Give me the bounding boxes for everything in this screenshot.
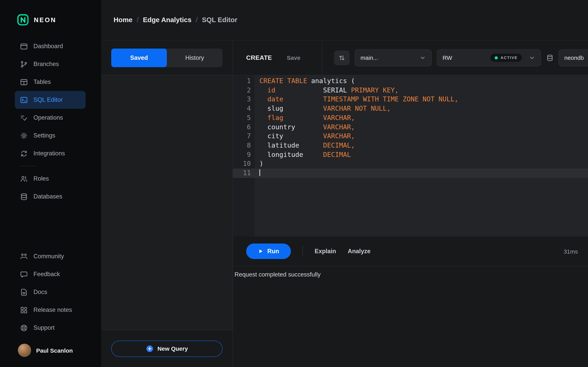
code-line[interactable]: 2 id SERIAL PRIMARY KEY, bbox=[233, 86, 588, 95]
logo-text: NEON bbox=[34, 16, 56, 24]
code-line[interactable]: 3 date TIMESTAMP WITH TIME ZONE NOT NULL… bbox=[233, 95, 588, 104]
document-icon bbox=[20, 288, 28, 296]
sidebar-item-release-notes[interactable]: Release notes bbox=[15, 301, 86, 319]
sidebar-item-tables[interactable]: Tables bbox=[15, 73, 86, 91]
schema-diff-button[interactable] bbox=[334, 50, 350, 65]
breadcrumb-home[interactable]: Home bbox=[113, 16, 132, 24]
tab-saved[interactable]: Saved bbox=[111, 48, 167, 67]
sidebar-item-support[interactable]: Support bbox=[15, 319, 86, 337]
user-name: Paul Scanlon bbox=[36, 347, 73, 354]
database-select-value: neondb bbox=[564, 54, 584, 61]
line-content: latitude DECIMAL, bbox=[255, 141, 355, 150]
nav-primary: Dashboard Branches Tables SQL Editor bbox=[0, 37, 101, 162]
code-line[interactable]: 11 bbox=[233, 168, 588, 178]
play-icon bbox=[258, 249, 263, 254]
lifebuoy-icon bbox=[20, 324, 28, 332]
sidebar-item-label: Docs bbox=[34, 289, 47, 296]
neon-logo-icon bbox=[17, 14, 29, 26]
line-content: id SERIAL PRIMARY KEY, bbox=[255, 86, 399, 95]
analyze-button[interactable]: Analyze bbox=[348, 248, 371, 255]
status-badge-label: ACTIVE bbox=[501, 56, 518, 60]
compute-endpoint-select[interactable]: RW ACTIVE bbox=[437, 49, 541, 66]
code-line[interactable]: 5 flag VARCHAR, bbox=[233, 113, 588, 123]
sidebar-item-feedback[interactable]: Feedback bbox=[15, 265, 86, 283]
app-window: NEON Dashboard Branches Tables bbox=[0, 0, 588, 367]
line-content: flag VARCHAR, bbox=[255, 113, 355, 123]
sidebar-item-label: SQL Editor bbox=[34, 96, 63, 103]
grid-squares-icon bbox=[20, 306, 28, 314]
new-query-button[interactable]: New Query bbox=[111, 340, 223, 357]
sql-code-editor[interactable]: 1CREATE TABLE analytics (2 id SERIAL PRI… bbox=[233, 75, 588, 236]
sidebar-divider bbox=[20, 166, 36, 166]
sidebar-item-roles[interactable]: Roles bbox=[15, 170, 86, 188]
sidebar-item-label: Community bbox=[34, 253, 64, 260]
code-line[interactable]: 4 slug VARCHAR NOT NULL, bbox=[233, 104, 588, 113]
query-duration: 31ms bbox=[564, 248, 578, 255]
sidebar-item-settings[interactable]: Settings bbox=[15, 127, 86, 144]
sidebar-item-databases[interactable]: Databases bbox=[15, 188, 86, 205]
query-name: CREATE bbox=[246, 54, 272, 61]
sidebar-spacer bbox=[0, 205, 101, 247]
sidebar-item-docs[interactable]: Docs bbox=[15, 283, 86, 301]
sidebar-item-label: Dashboard bbox=[34, 43, 63, 50]
explain-button[interactable]: Explain bbox=[315, 248, 336, 255]
save-button[interactable]: Save bbox=[287, 54, 300, 61]
saved-queries-list[interactable] bbox=[101, 75, 233, 330]
line-content: longitude DECIMAL bbox=[255, 150, 351, 159]
home-logo-link[interactable]: NEON bbox=[0, 0, 101, 37]
status-dot bbox=[495, 56, 498, 59]
database-select[interactable]: neondb bbox=[558, 49, 588, 66]
branch-select-value: main... bbox=[361, 54, 378, 61]
line-content: date TIMESTAMP WITH TIME ZONE NOT NULL, bbox=[255, 95, 458, 104]
chat-bubble-icon bbox=[20, 270, 28, 278]
tab-history[interactable]: History bbox=[167, 48, 223, 67]
community-icon bbox=[20, 252, 28, 260]
endpoint-select-value: RW bbox=[442, 54, 452, 61]
gear-icon bbox=[20, 132, 28, 140]
text-caret bbox=[259, 169, 260, 176]
breadcrumb-separator: / bbox=[137, 16, 139, 24]
code-line[interactable]: 6 country VARCHAR, bbox=[233, 123, 588, 132]
dashboard-icon bbox=[20, 42, 28, 50]
line-content bbox=[255, 168, 260, 178]
sidebar: NEON Dashboard Branches Tables bbox=[0, 0, 101, 367]
code-line[interactable]: 10) bbox=[233, 159, 588, 168]
content-row: Saved History New Query bbox=[101, 40, 588, 367]
branch-select[interactable]: main... bbox=[355, 49, 432, 66]
user-menu[interactable]: Paul Scanlon bbox=[0, 337, 101, 367]
nav-tertiary: Community Feedback Docs Release notes bbox=[0, 247, 101, 337]
operations-checklist-icon bbox=[20, 114, 28, 122]
code-line[interactable]: 1CREATE TABLE analytics ( bbox=[233, 76, 588, 86]
sidebar-item-branches[interactable]: Branches bbox=[15, 55, 86, 73]
query-title-group: CREATE Save bbox=[233, 40, 322, 75]
sidebar-item-dashboard[interactable]: Dashboard bbox=[15, 37, 86, 55]
queries-panel: Saved History New Query bbox=[101, 40, 233, 367]
status-message: Request completed successfully bbox=[234, 271, 588, 278]
sidebar-item-label: Tables bbox=[34, 78, 51, 85]
code-line[interactable]: 7 city VARCHAR, bbox=[233, 132, 588, 141]
schema-diff-icon bbox=[338, 54, 346, 62]
line-number: 7 bbox=[233, 132, 255, 141]
sidebar-item-integrations[interactable]: Integrations bbox=[15, 144, 86, 162]
run-button[interactable]: Run bbox=[246, 243, 291, 259]
code-line[interactable]: 8 latitude DECIMAL, bbox=[233, 141, 588, 150]
line-content: city VARCHAR, bbox=[255, 132, 355, 141]
sidebar-item-community[interactable]: Community bbox=[15, 247, 86, 265]
line-content: country VARCHAR, bbox=[255, 123, 355, 132]
breadcrumb-project[interactable]: Edge Analytics bbox=[143, 16, 191, 24]
breadcrumb-current: SQL Editor bbox=[202, 16, 237, 24]
sidebar-item-sql-editor[interactable]: SQL Editor bbox=[15, 91, 86, 109]
run-toolbar: Run Explain Analyze 31ms bbox=[233, 236, 588, 267]
code-line[interactable]: 9 longitude DECIMAL bbox=[233, 150, 588, 159]
saved-history-tabs: Saved History bbox=[111, 48, 223, 67]
breadcrumb: Home / Edge Analytics / SQL Editor bbox=[101, 0, 588, 40]
sidebar-item-label: Support bbox=[34, 324, 55, 331]
database-icon bbox=[546, 54, 554, 62]
sidebar-item-label: Databases bbox=[34, 193, 62, 200]
sidebar-item-operations[interactable]: Operations bbox=[15, 109, 86, 127]
sidebar-item-label: Roles bbox=[34, 175, 49, 182]
main-area: Home / Edge Analytics / SQL Editor Saved… bbox=[101, 0, 588, 367]
users-icon bbox=[20, 175, 28, 183]
line-number: 6 bbox=[233, 123, 255, 132]
sql-editor-icon bbox=[20, 96, 28, 104]
